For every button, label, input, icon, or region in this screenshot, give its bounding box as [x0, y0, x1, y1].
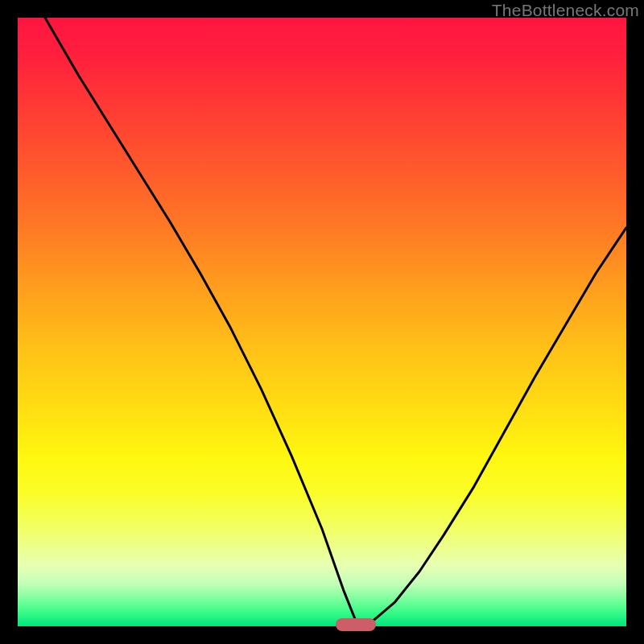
curve-layer	[18, 18, 626, 626]
chart-frame: TheBottleneck.com	[0, 0, 644, 644]
plot-area	[18, 18, 626, 626]
bottleneck-curve	[45, 18, 626, 620]
optimal-marker	[336, 618, 376, 631]
